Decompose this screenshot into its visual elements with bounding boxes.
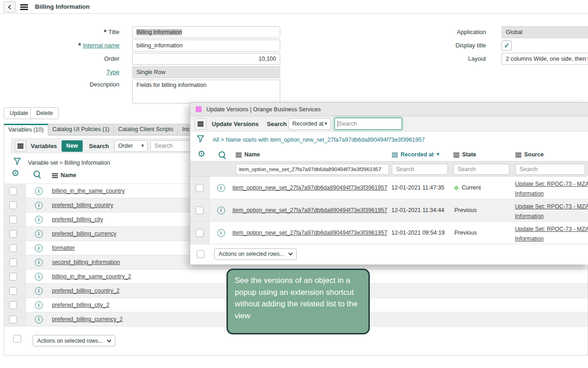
internal-name-field[interactable]: [132, 40, 280, 52]
info-icon[interactable]: i: [35, 316, 43, 323]
info-icon[interactable]: i: [35, 301, 43, 309]
info-icon[interactable]: i: [35, 187, 43, 195]
name-column-header[interactable]: Name: [52, 172, 76, 178]
breadcrumb[interactable]: All > Name starts with item_option_new_s…: [213, 137, 425, 143]
search-field-select[interactable]: Order▼: [114, 140, 147, 152]
annotation-callout: See the versions of an object in a popup…: [226, 269, 370, 334]
name-column-header[interactable]: Name: [236, 148, 260, 161]
window-icon: [196, 106, 202, 112]
info-icon[interactable]: i: [35, 216, 43, 224]
filter-icon[interactable]: [13, 157, 21, 167]
row-checkbox[interactable]: [196, 184, 204, 192]
source-link[interactable]: Update Set: RPOC-73 - MZA -Information: [515, 226, 588, 242]
tab-catalog-ui-policies-1[interactable]: Catalog UI Policies (1): [48, 124, 114, 135]
row-checkbox[interactable]: [9, 273, 17, 281]
search-icon[interactable]: [33, 170, 41, 178]
gear-icon[interactable]: ⚙: [11, 169, 19, 178]
selected-text: Billing Information: [136, 29, 182, 35]
list-menu-button[interactable]: [15, 140, 26, 152]
column-menu-icon: [392, 152, 398, 157]
row-checkbox[interactable]: [196, 229, 204, 237]
application-field: Global: [502, 26, 588, 38]
variable-link[interactable]: prefered_billing_country: [52, 202, 113, 208]
description-field[interactable]: Fields for billing information: [132, 80, 280, 104]
delete-button[interactable]: Delete: [30, 107, 59, 119]
recorded-at-value: 12-01-2021 09:54:19: [391, 222, 453, 244]
display-title-checkbox[interactable]: ✓: [502, 40, 512, 51]
row-checkbox[interactable]: [9, 287, 17, 295]
search-icon[interactable]: [218, 150, 226, 159]
info-icon[interactable]: i: [35, 259, 43, 266]
gear-icon[interactable]: ⚙: [198, 150, 205, 158]
state-column-header[interactable]: State: [453, 148, 476, 161]
app-header: Billing Information: [0, 0, 588, 14]
filter-icon[interactable]: [197, 135, 204, 144]
tab-catalog-client-scripts[interactable]: Catalog Client Scripts: [113, 124, 178, 135]
row-checkbox[interactable]: [9, 316, 17, 323]
chevron-down-icon: [288, 251, 293, 256]
title-field[interactable]: Billing Information: [132, 26, 280, 38]
info-icon[interactable]: i: [35, 201, 43, 209]
filter-breadcrumb[interactable]: Variable set = Billing Information: [28, 160, 110, 166]
info-icon[interactable]: i: [35, 244, 43, 252]
new-button[interactable]: New: [62, 140, 83, 152]
info-icon[interactable]: i: [217, 184, 225, 192]
order-field[interactable]: [132, 53, 280, 65]
select-all-checkbox[interactable]: [13, 335, 21, 343]
variable-link[interactable]: prefered_billing_country_2: [52, 288, 119, 294]
info-icon[interactable]: i: [35, 230, 43, 238]
variable-link[interactable]: formatter: [52, 245, 75, 251]
actions-select[interactable]: Actions on selected rows...: [214, 248, 297, 260]
source-link[interactable]: Update Set: RPOC-73 - MZA -Information: [515, 181, 588, 197]
row-checkbox[interactable]: [9, 201, 17, 209]
recorded-filter-input[interactable]: [392, 164, 448, 175]
actions-select[interactable]: Actions on selected rows...: [33, 335, 115, 346]
row-checkbox[interactable]: [9, 187, 17, 195]
popup-search-input[interactable]: Search: [334, 118, 402, 130]
internal-name-link[interactable]: Internal name: [83, 42, 120, 49]
order-label: Order: [28, 53, 119, 65]
variable-link[interactable]: prefered_billing_currency: [52, 230, 116, 237]
recorded-at-column-header[interactable]: Recorded at ▼: [392, 148, 439, 161]
row-checkbox[interactable]: [9, 259, 17, 266]
title-label: *Title: [28, 26, 119, 39]
source-column-header[interactable]: Source: [515, 148, 543, 161]
row-checkbox[interactable]: [9, 216, 17, 224]
source-link[interactable]: Update Set: RPOC-73 - MZA -Information: [515, 203, 588, 219]
back-button[interactable]: [3, 1, 16, 12]
row-checkbox[interactable]: [9, 230, 17, 238]
back-chevron-icon: [8, 5, 12, 9]
popup-list-menu-button[interactable]: [195, 118, 206, 130]
row-checkbox[interactable]: [196, 207, 204, 214]
row-checkbox[interactable]: [9, 244, 17, 252]
popup-search-field-select[interactable]: Recorded at▼: [288, 118, 331, 130]
required-icon: *: [78, 42, 81, 50]
tab-variables-10[interactable]: Variables (10): [4, 124, 48, 136]
current-dot-icon: [454, 186, 458, 190]
layout-select[interactable]: 2 columns Wide, one side, then the o: [502, 53, 588, 65]
recorded-at-value: 12-01-2021 11:34:44: [391, 199, 453, 221]
state-filter-input[interactable]: [453, 164, 509, 175]
variable-link[interactable]: prefered_billing_currency_2: [52, 316, 123, 322]
variable-link[interactable]: prefered_billing_city: [52, 216, 103, 223]
table-row: iitem_option_new_set_27fa7a97db6da890494…: [190, 177, 588, 199]
type-link[interactable]: Type: [107, 69, 119, 75]
popup-table-header: ⚙ Name Recorded at ▼ State Source: [190, 148, 588, 161]
version-link[interactable]: item_option_new_set_27fa7a97db6da890494f…: [232, 230, 387, 236]
info-icon[interactable]: i: [35, 287, 43, 295]
version-link[interactable]: item_option_new_set_27fa7a97db6da890494f…: [232, 184, 387, 191]
update-button[interactable]: Update: [4, 107, 34, 119]
source-filter-input[interactable]: [515, 164, 585, 175]
info-icon[interactable]: i: [35, 273, 43, 281]
variable-link[interactable]: billing_in_the_same_country_2: [52, 273, 131, 280]
info-icon[interactable]: i: [217, 207, 225, 214]
context-menu-icon[interactable]: [20, 4, 28, 10]
row-checkbox[interactable]: [9, 301, 17, 309]
variable-link[interactable]: prefered_billing_city_2: [52, 302, 109, 308]
select-all-checkbox[interactable]: [197, 250, 204, 258]
variable-link[interactable]: second_billing_information: [52, 259, 120, 265]
info-icon[interactable]: i: [217, 229, 225, 237]
variable-link[interactable]: billing_in_the_same_country: [52, 188, 124, 194]
name-filter-input[interactable]: [236, 164, 389, 175]
version-link[interactable]: item_option_new_set_27fa7a97db6da890494f…: [232, 207, 387, 213]
